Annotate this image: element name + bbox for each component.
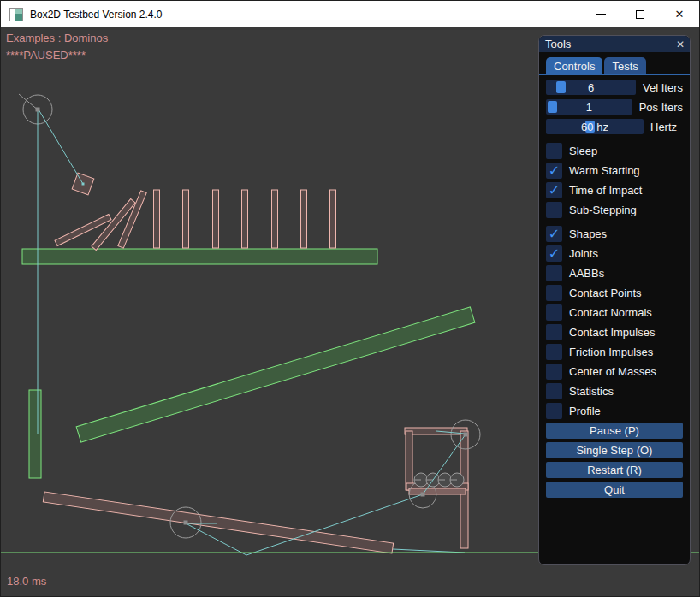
- anchor-point: [421, 493, 425, 497]
- slider-value: 60 hz: [546, 119, 644, 134]
- checkbox-center-of-masses[interactable]: [546, 364, 562, 380]
- close-button[interactable]: ✕: [660, 1, 699, 27]
- checkbox-statistics[interactable]: [546, 383, 562, 399]
- slider-label: Pos Iters: [639, 101, 683, 114]
- slider-label: Hertz: [650, 121, 677, 133]
- separator: [546, 222, 683, 222]
- checkbox-row-center-of-masses: Center of Masses: [546, 364, 683, 380]
- check-icon: ✓: [549, 247, 560, 261]
- tools-panel-titlebar[interactable]: Tools ✕: [539, 36, 690, 52]
- body-frame-left-post: [406, 431, 412, 490]
- checkbox-label: Contact Normals: [569, 306, 652, 319]
- anchor-point: [464, 433, 468, 437]
- checkbox-row-sleep: Sleep: [546, 143, 683, 159]
- body-domino-4: [242, 190, 248, 248]
- checkbox-row-sub-stepping: Sub-Stepping: [546, 202, 683, 218]
- restart-button[interactable]: Restart (R): [546, 462, 683, 478]
- checkbox-profile[interactable]: [546, 403, 562, 419]
- checkbox-joints[interactable]: ✓: [546, 245, 562, 262]
- panel-close-icon[interactable]: ✕: [676, 39, 685, 50]
- body-domino-2: [183, 190, 189, 248]
- checkbox-contact-points[interactable]: [546, 285, 562, 301]
- checkbox-label: Friction Impulses: [569, 346, 653, 358]
- tab-controls[interactable]: Controls: [546, 57, 602, 74]
- action-button-group: Pause (P)Single Step (O)Restart (R)Quit: [546, 423, 683, 498]
- solver-checkbox-group: Sleep✓Warm Starting✓Time of ImpactSub-St…: [546, 143, 683, 218]
- paused-status-label: ****PAUSED****: [6, 49, 86, 62]
- checkbox-contact-normals[interactable]: [546, 304, 562, 321]
- window-title: Box2D Testbed Version 2.4.0: [30, 9, 163, 21]
- checkbox-label: Sub-Stepping: [569, 204, 637, 216]
- check-icon: ✓: [549, 184, 560, 198]
- checkbox-row-contact-impulses: Contact Impulses: [546, 324, 683, 340]
- tools-panel-body: ControlsTests 6Vel Iters1Pos Iters60 hzH…: [539, 52, 690, 498]
- checkbox-row-aabbs: AABBs: [546, 265, 683, 281]
- body-platform-top: [22, 249, 377, 264]
- minimize-button[interactable]: [581, 1, 620, 27]
- body-vertical-column: [29, 390, 41, 478]
- slider-label: Vel Iters: [643, 81, 683, 94]
- anchor-point: [184, 521, 188, 525]
- check-icon: ✓: [549, 228, 560, 241]
- body-frame-shelf-board: [409, 488, 466, 494]
- body-domino-7: [330, 190, 336, 248]
- checkbox-aabbs[interactable]: [546, 265, 562, 281]
- single-button[interactable]: Single Step (O): [546, 442, 683, 458]
- checkbox-row-shapes: ✓Shapes: [546, 226, 683, 242]
- checkbox-label: Shapes: [569, 228, 607, 240]
- checkbox-label: Profile: [569, 405, 601, 417]
- checkbox-warm-starting[interactable]: ✓: [546, 163, 562, 179]
- checkbox-sub-stepping[interactable]: [546, 202, 562, 218]
- checkbox-row-contact-points: Contact Points: [546, 285, 683, 301]
- slider-value: 6: [546, 80, 636, 95]
- slider-value: 1: [546, 99, 632, 115]
- checkbox-label: Contact Impulses: [569, 326, 655, 339]
- app-icon: [9, 8, 23, 21]
- checkbox-label: Time of Impact: [569, 184, 642, 197]
- checkbox-sleep[interactable]: [546, 143, 562, 159]
- example-name-label: Examples : Dominos: [6, 32, 108, 44]
- close-icon: ✕: [675, 9, 685, 20]
- slider-row: 1Pos Iters: [546, 99, 683, 115]
- tools-panel-title: Tools: [545, 38, 676, 50]
- body-domino-3: [213, 190, 219, 248]
- body-domino-6: [301, 190, 307, 248]
- checkbox-row-statistics: Statistics: [546, 383, 683, 399]
- tab-bar: ControlsTests: [539, 57, 690, 75]
- checkbox-label: Sleep: [569, 145, 597, 157]
- draw-checkbox-group: ✓Shapes✓JointsAABBsContact PointsContact…: [546, 226, 683, 419]
- hertz-slider[interactable]: 60 hz: [546, 119, 644, 134]
- checkbox-label: Center of Masses: [569, 365, 656, 378]
- check-icon: ✓: [549, 164, 560, 178]
- checkbox-shapes[interactable]: ✓: [546, 226, 562, 242]
- frame-time-label: 18.0 ms: [7, 575, 46, 588]
- separator: [546, 139, 683, 139]
- quit-button[interactable]: Quit: [546, 482, 683, 498]
- checkbox-row-contact-normals: Contact Normals: [546, 304, 683, 321]
- checkbox-label: Contact Points: [569, 287, 642, 299]
- checkbox-friction-impulses[interactable]: [546, 344, 562, 360]
- tab-tests[interactable]: Tests: [604, 57, 645, 74]
- checkbox-row-joints: ✓Joints: [546, 245, 683, 262]
- checkbox-row-friction-impulses: Friction Impulses: [546, 344, 683, 360]
- app-window: Examples : Dominos ****PAUSED**** 18.0 m…: [0, 0, 700, 597]
- app-icon-detail: [15, 9, 22, 14]
- checkbox-label: Statistics: [569, 385, 614, 398]
- checkbox-time-of-impact[interactable]: ✓: [546, 182, 562, 198]
- window-titlebar: Box2D Testbed Version 2.4.0 ✕: [1, 1, 699, 27]
- checkbox-label: AABBs: [569, 267, 604, 280]
- slider-row: 60 hzHertz: [546, 119, 683, 134]
- maximize-button[interactable]: [620, 1, 660, 27]
- vel-iters-slider[interactable]: 6: [546, 80, 636, 95]
- checkbox-label: Warm Starting: [569, 164, 640, 177]
- pause-button[interactable]: Pause (P): [546, 423, 683, 439]
- anchor-point: [36, 108, 40, 112]
- pos-iters-slider[interactable]: 1: [546, 99, 632, 115]
- checkbox-contact-impulses[interactable]: [546, 324, 562, 340]
- slider-group: 6Vel Iters1Pos Iters60 hzHertz: [546, 80, 683, 134]
- caption-buttons: ✕: [581, 1, 699, 27]
- slider-row: 6Vel Iters: [546, 80, 683, 95]
- body-domino-1: [154, 190, 160, 248]
- maximize-icon: [636, 10, 644, 19]
- tools-panel: Tools ✕ ControlsTests 6Vel Iters1Pos Ite…: [538, 35, 691, 565]
